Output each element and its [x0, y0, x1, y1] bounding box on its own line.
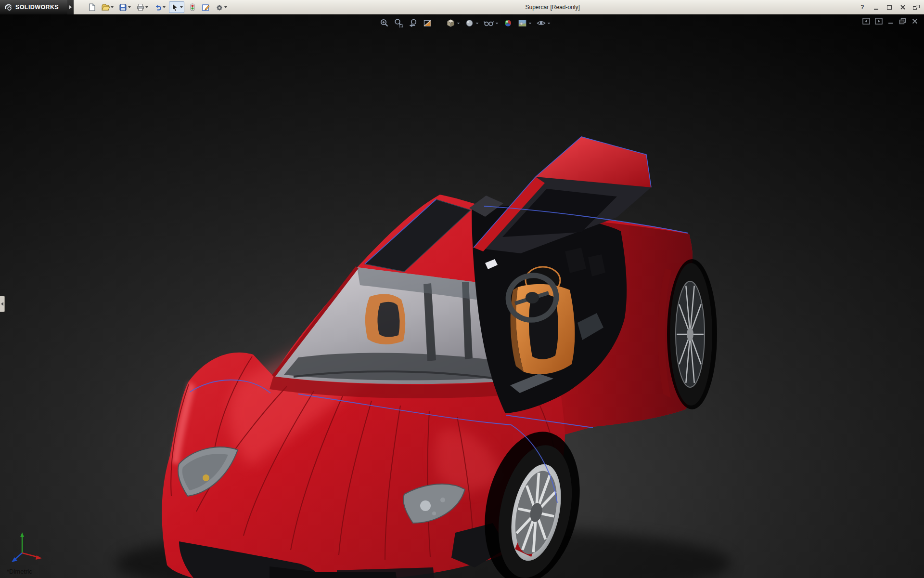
sketch-pencil-icon — [201, 3, 210, 12]
double-window-icon — [913, 5, 920, 10]
save-dropdown-caret[interactable] — [128, 6, 131, 8]
document-window-controls — [862, 18, 918, 26]
menu-expand-arrow[interactable] — [67, 0, 74, 14]
scene-icon — [517, 18, 527, 28]
solidworks-logo: SOLIDWORKS — [0, 0, 67, 14]
options-dropdown-caret[interactable] — [224, 6, 227, 8]
rebuild-stoplight-icon — [188, 3, 196, 12]
close-document-button[interactable] — [911, 18, 918, 26]
view-orientation-caret[interactable] — [457, 23, 460, 24]
hide-show-caret[interactable] — [495, 23, 498, 24]
close-document-icon — [911, 18, 918, 25]
select-button[interactable] — [169, 1, 184, 13]
save-floppy-icon — [118, 3, 127, 12]
zoom-to-fit-button[interactable] — [379, 17, 389, 29]
document-title: Supercar [Read-only] — [525, 4, 579, 11]
open-folder-icon — [101, 3, 110, 12]
solidworks-window: SOLIDWORKS — [0, 0, 924, 578]
previous-view-button[interactable] — [408, 17, 418, 29]
restore-document-button[interactable] — [899, 18, 907, 26]
options-button[interactable] — [213, 1, 229, 13]
select-dropdown-caret[interactable] — [180, 6, 183, 8]
rebuild-button[interactable] — [186, 1, 198, 13]
3d-model-view[interactable] — [0, 14, 924, 578]
close-button[interactable] — [899, 3, 907, 12]
new-document-icon — [88, 3, 96, 12]
sketch-button[interactable] — [200, 1, 211, 13]
select-cursor-icon — [170, 3, 179, 12]
triad-x-axis — [22, 553, 38, 557]
save-button[interactable] — [117, 1, 132, 13]
undo-arrow-icon — [153, 3, 162, 12]
dassault-3ds-icon — [4, 3, 13, 12]
view-settings-icon — [536, 18, 546, 28]
standard-toolbar — [86, 1, 229, 13]
zoom-to-fit-icon — [379, 18, 389, 28]
hide-show-items-button[interactable] — [483, 17, 499, 29]
view-settings-caret[interactable] — [547, 23, 550, 24]
print-dropdown-caret[interactable] — [145, 6, 148, 8]
view-settings-button[interactable] — [536, 17, 551, 29]
turn-signal — [203, 474, 209, 481]
graphics-area[interactable]: *Dimetric — [0, 14, 924, 578]
open-button[interactable] — [100, 1, 115, 13]
feature-manager-collapse-tab[interactable] — [0, 296, 5, 312]
print-icon — [136, 3, 144, 12]
glasses-icon — [483, 18, 494, 28]
restore-document-icon — [899, 18, 907, 25]
display-style-button[interactable] — [464, 17, 479, 29]
zoom-to-area-icon — [394, 18, 403, 28]
section-view-button[interactable] — [422, 17, 433, 29]
section-view-icon — [423, 18, 432, 28]
previous-window-icon — [862, 18, 870, 25]
minimize-document-button[interactable] — [887, 18, 894, 26]
apply-scene-button[interactable] — [517, 17, 532, 29]
view-orientation-button[interactable] — [445, 17, 460, 29]
titlebar: SOLIDWORKS — [0, 0, 924, 14]
window-controls: ? — [859, 0, 920, 14]
minimize-button[interactable] — [872, 3, 880, 12]
appearance-ball-icon — [503, 18, 513, 28]
open-dropdown-caret[interactable] — [111, 6, 114, 8]
rear-hub-cap — [687, 328, 693, 341]
display-style-caret[interactable] — [475, 23, 478, 24]
minimize-document-icon — [887, 18, 894, 25]
options-gear-icon — [215, 3, 223, 12]
orientation-triad — [8, 531, 51, 565]
undo-dropdown-caret[interactable] — [163, 6, 166, 8]
next-window-button[interactable] — [875, 18, 883, 26]
view-orientation-label: *Dimetric — [7, 568, 32, 575]
maximize-button[interactable] — [886, 3, 893, 12]
next-window-icon — [875, 18, 883, 25]
undo-button[interactable] — [152, 1, 167, 13]
edit-appearance-button[interactable] — [502, 17, 513, 29]
help-button[interactable]: ? — [859, 3, 866, 12]
new-document-button[interactable] — [86, 1, 98, 13]
heads-up-view-toolbar — [379, 17, 551, 29]
toggle-panels-button[interactable] — [912, 3, 920, 12]
zoom-to-area-button[interactable] — [393, 17, 404, 29]
close-icon — [900, 4, 906, 10]
app-name: SOLIDWORKS — [15, 4, 59, 11]
steering-hub — [526, 292, 539, 303]
display-style-icon — [464, 18, 474, 28]
previous-window-button[interactable] — [862, 18, 870, 26]
previous-view-icon — [408, 18, 418, 28]
apply-scene-caret[interactable] — [528, 23, 531, 24]
print-button[interactable] — [134, 1, 150, 13]
view-cube-icon — [446, 18, 455, 28]
